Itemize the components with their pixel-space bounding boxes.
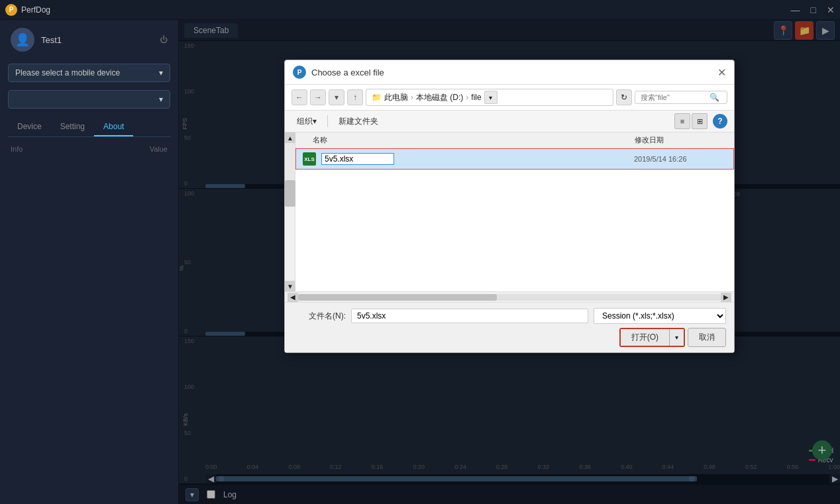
value-col-header: Value xyxy=(150,145,168,153)
organize-button[interactable]: 组织▾ xyxy=(291,115,322,128)
search-icon[interactable]: 🔍 xyxy=(709,93,719,102)
table-header: Info Value xyxy=(0,142,178,156)
user-section: 👤 Test1 ⏻ xyxy=(0,20,178,60)
dialog-title-left: P Choose a excel file xyxy=(293,66,384,79)
dialog-overlay: P Choose a excel file ✕ ← → ▾ ↑ 📁 此电脑 › xyxy=(179,20,840,504)
nav-forward-button[interactable]: → xyxy=(310,89,326,105)
power-icon[interactable]: ⏻ xyxy=(160,35,168,44)
filename-rename-input[interactable] xyxy=(321,153,394,165)
footer-actions: 打开(O) ▾ 取消 xyxy=(293,328,726,347)
nav-refresh-button[interactable]: ↻ xyxy=(616,89,632,105)
app-logo: P xyxy=(5,4,17,16)
view-grid-icon[interactable]: ⊞ xyxy=(692,113,708,129)
view-icons: ≡ ⊞ xyxy=(674,113,708,129)
open-dropdown-button[interactable]: ▾ xyxy=(669,329,684,346)
scroll-up-button[interactable]: ▲ xyxy=(285,132,295,143)
filename-input[interactable] xyxy=(351,309,588,323)
filename-label: 文件名(N): xyxy=(293,311,346,322)
nav-back-button[interactable]: ← xyxy=(291,89,307,105)
search-input[interactable] xyxy=(641,93,707,101)
file-item-name xyxy=(321,153,634,165)
minimize-button[interactable]: — xyxy=(791,5,800,15)
new-folder-button[interactable]: 新建文件夹 xyxy=(333,115,384,128)
titlebar: P PerfDog — □ ✕ xyxy=(0,0,840,20)
device-select-arrow: ▾ xyxy=(159,68,163,77)
search-box: 🔍 xyxy=(635,91,727,104)
nav-up-button[interactable]: ↑ xyxy=(347,89,363,105)
file-item[interactable]: XLS 2019/5/14 16:26 xyxy=(295,148,734,170)
hscroll-thumb[interactable] xyxy=(298,294,497,301)
device-select-label: Please select a mobile device xyxy=(15,68,120,77)
cancel-button[interactable]: 取消 xyxy=(688,328,726,347)
dialog-nav: ← → ▾ ↑ 📁 此电脑 › 本地磁盘 (D:) › file ▾ ↻ xyxy=(285,85,734,111)
tab-about[interactable]: About xyxy=(94,118,133,136)
device-select[interactable]: Please select a mobile device ▾ xyxy=(8,64,170,82)
dialog-hscroll: ◀ ▶ xyxy=(285,291,734,302)
nav-dropdown-button[interactable]: ▾ xyxy=(329,89,344,105)
info-col-header: Info xyxy=(11,145,150,153)
breadcrumb-folder-icon: 📁 xyxy=(372,93,382,102)
sidebar-table: Info Value xyxy=(0,142,178,156)
avatar: 👤 xyxy=(11,28,34,52)
file-excel-icon: XLS xyxy=(303,152,316,166)
scroll-down-button[interactable]: ▼ xyxy=(285,281,295,291)
scroll-track xyxy=(285,143,295,180)
hscroll-left-button[interactable]: ◀ xyxy=(288,293,298,302)
sidebar: 👤 Test1 ⏻ Please select a mobile device … xyxy=(0,20,179,504)
open-button-group: 打开(O) ▾ xyxy=(619,328,685,347)
maximize-button[interactable]: □ xyxy=(811,5,816,15)
file-dialog: P Choose a excel file ✕ ← → ▾ ↑ 📁 此电脑 › xyxy=(284,60,735,353)
breadcrumb-computer: 此电脑 xyxy=(384,92,408,103)
scroll-thumb[interactable] xyxy=(285,180,295,207)
file-item-date: 2019/5/14 16:26 xyxy=(634,155,727,163)
help-button[interactable]: ? xyxy=(713,114,727,128)
file-filter-select[interactable]: Session (*.xls;*.xlsx) xyxy=(594,308,726,324)
col-name[interactable]: 名称 xyxy=(313,135,635,145)
sidebar-tabs: Device Setting About xyxy=(8,118,170,137)
dialog-footer: 文件名(N): Session (*.xls;*.xlsx) 打开(O) ▾ 取… xyxy=(285,302,734,352)
hscroll-right-button[interactable]: ▶ xyxy=(721,293,731,302)
open-button[interactable]: 打开(O) xyxy=(621,329,669,346)
content-area: SceneTab 📍 📁 ▶ 150 100 50 0 FPS 0:00 xyxy=(179,20,840,504)
filename-row: 文件名(N): Session (*.xls;*.xlsx) xyxy=(293,308,726,324)
dialog-toolbar: 组织▾ 新建文件夹 ≡ ⊞ ? xyxy=(285,111,734,132)
view-list-icon[interactable]: ≡ xyxy=(674,113,690,129)
dialog-titlebar: P Choose a excel file ✕ xyxy=(285,60,734,85)
username-label: Test1 xyxy=(41,35,62,45)
tab-setting[interactable]: Setting xyxy=(51,118,94,136)
breadcrumb-disk: 本地磁盘 (D:) xyxy=(416,92,463,103)
toolbar-separator xyxy=(327,115,328,127)
dialog-close-button[interactable]: ✕ xyxy=(717,66,726,79)
dialog-icon: P xyxy=(293,66,306,79)
vertical-scroll-bar: ▲ ▼ xyxy=(285,132,295,291)
app-select[interactable]: ▾ xyxy=(8,90,170,109)
hscroll-track xyxy=(298,294,721,301)
titlebar-controls: — □ ✕ xyxy=(791,5,835,15)
file-list: 名称 修改日期 XLS 2019/5/14 16:26 xyxy=(295,132,734,291)
breadcrumb-bar: 📁 此电脑 › 本地磁盘 (D:) › file ▾ xyxy=(366,89,613,106)
file-list-header: 名称 修改日期 xyxy=(295,132,734,148)
main-layout: 👤 Test1 ⏻ Please select a mobile device … xyxy=(0,20,840,504)
breadcrumb-file: file xyxy=(471,93,481,102)
dialog-body: ▲ ▼ 名称 修改日期 xyxy=(285,132,734,291)
col-date[interactable]: 修改日期 xyxy=(635,135,727,145)
close-button[interactable]: ✕ xyxy=(827,5,835,15)
titlebar-left: P PerfDog xyxy=(5,4,50,16)
app-select-arrow: ▾ xyxy=(159,95,163,104)
breadcrumb-dropdown[interactable]: ▾ xyxy=(484,91,498,104)
tab-device[interactable]: Device xyxy=(8,118,51,136)
app-title: PerfDog xyxy=(21,5,50,15)
dialog-title: Choose a excel file xyxy=(311,68,384,77)
